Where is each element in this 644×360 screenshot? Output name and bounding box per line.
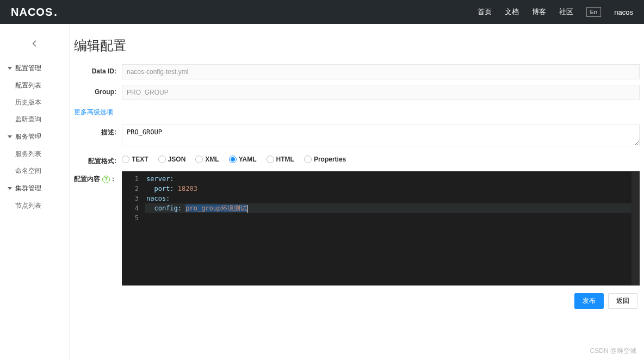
page-title: 编辑配置: [74, 33, 640, 64]
radio-icon: [304, 156, 312, 163]
format-radio-xml[interactable]: XML: [195, 156, 219, 163]
row-data-id: Data ID:: [74, 64, 640, 79]
sidebar-collapse-button[interactable]: [0, 35, 69, 59]
format-radio-yaml[interactable]: YAML: [229, 156, 257, 163]
radio-icon: [195, 156, 203, 163]
sidebar-item-history[interactable]: 历史版本: [0, 94, 69, 111]
label-data-id: Data ID:: [74, 64, 116, 75]
code-editor[interactable]: 12345 server: port: 18203nacos: config: …: [122, 171, 640, 285]
nav-docs[interactable]: 文档: [505, 7, 519, 17]
input-data-id[interactable]: [122, 64, 640, 79]
main-content: 编辑配置 Data ID: Group: 更多高级选项 描述: 配置格式: TE…: [70, 24, 644, 360]
format-radio-group: TEXTJSONXMLYAMLHTMLProperties: [122, 153, 640, 163]
advanced-options-link[interactable]: 更多高级选项: [74, 105, 640, 119]
brand-text: NACOS: [11, 6, 53, 18]
lang-toggle[interactable]: En: [586, 7, 601, 17]
input-group[interactable]: [122, 85, 640, 100]
radio-icon: [158, 156, 166, 163]
editor-gutter: 12345: [122, 172, 142, 285]
label-group: Group:: [74, 85, 116, 96]
publish-button[interactable]: 发布: [574, 293, 604, 309]
format-radio-properties[interactable]: Properties: [304, 156, 346, 163]
watermark: CSDN @唯空城: [590, 346, 636, 356]
radio-icon: [267, 156, 274, 163]
help-icon[interactable]: ?: [102, 176, 110, 183]
label-description: 描述:: [74, 125, 116, 137]
sidebar-item-config-list[interactable]: 配置列表: [0, 77, 69, 94]
row-content: 配置内容 ? ： 12345 server: port: 18203nacos:…: [74, 171, 640, 285]
brand-logo: NACOS.: [11, 6, 58, 18]
header-nav: 首页 文档 博客 社区 En nacos: [478, 7, 633, 17]
sidebar-group-service[interactable]: 服务管理: [0, 128, 69, 146]
label-content: 配置内容 ? ：: [74, 171, 116, 184]
format-radio-html[interactable]: HTML: [267, 156, 294, 163]
sidebar-item-listening[interactable]: 监听查询: [0, 111, 69, 128]
radio-icon: [229, 156, 237, 163]
input-description[interactable]: [122, 125, 640, 146]
row-description: 描述:: [74, 125, 640, 148]
sidebar-group-config[interactable]: 配置管理: [0, 59, 69, 77]
format-radio-json[interactable]: JSON: [158, 156, 186, 163]
row-group: Group:: [74, 85, 640, 100]
row-format: 配置格式: TEXTJSONXMLYAMLHTMLProperties: [74, 153, 640, 166]
brand-dot: .: [54, 6, 58, 18]
sidebar-item-service-list[interactable]: 服务列表: [0, 146, 69, 163]
format-radio-text[interactable]: TEXT: [122, 156, 148, 163]
editor-scrollbar[interactable]: [631, 172, 639, 285]
sidebar-item-namespace[interactable]: 命名空间: [0, 163, 69, 179]
nav-community[interactable]: 社区: [559, 7, 573, 17]
sidebar-group-cluster[interactable]: 集群管理: [0, 179, 69, 197]
action-buttons: 发布 返回: [74, 293, 640, 309]
editor-body[interactable]: server: port: 18203nacos: config: pro_gr…: [145, 174, 639, 213]
chevron-left-icon: [30, 39, 39, 48]
radio-icon: [122, 156, 129, 163]
label-format: 配置格式:: [74, 153, 116, 166]
sidebar: 配置管理 配置列表 历史版本 监听查询 服务管理 服务列表 命名空间 集群管理 …: [0, 24, 70, 360]
sidebar-item-nodes[interactable]: 节点列表: [0, 197, 69, 214]
top-header: NACOS. 首页 文档 博客 社区 En nacos: [0, 0, 644, 24]
nav-blog[interactable]: 博客: [532, 7, 546, 17]
back-button[interactable]: 返回: [608, 293, 637, 309]
nav-home[interactable]: 首页: [478, 7, 492, 17]
user-name[interactable]: nacos: [614, 8, 633, 16]
layout: 配置管理 配置列表 历史版本 监听查询 服务管理 服务列表 命名空间 集群管理 …: [0, 24, 644, 360]
